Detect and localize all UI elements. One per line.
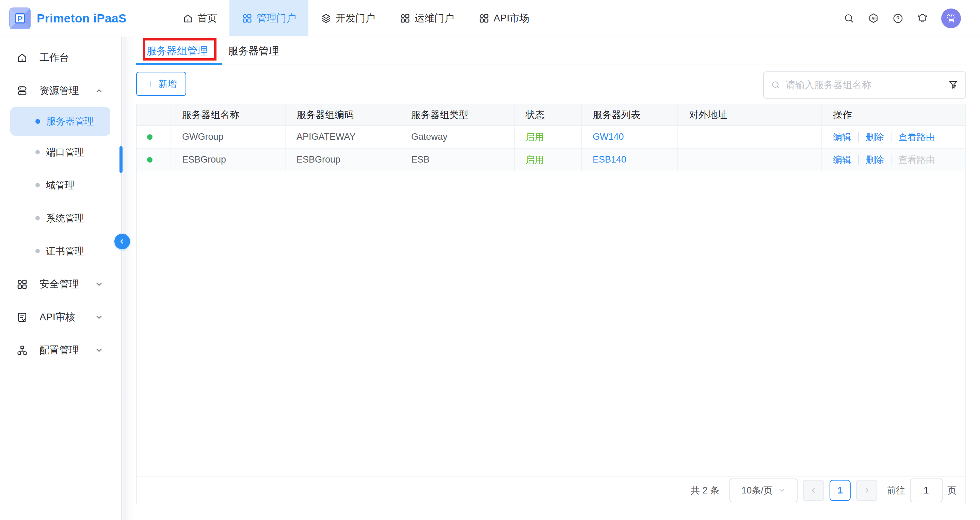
sidebar-gutter [123, 37, 135, 520]
delete-link[interactable]: 删除 [865, 154, 884, 166]
chevron-left-icon [118, 238, 126, 245]
filter-funnel-icon[interactable] [948, 79, 959, 90]
app-root: P Primeton iPaaS 首页 管理门户 [0, 0, 980, 520]
search-icon[interactable] [843, 13, 855, 24]
user-avatar[interactable]: 管 [941, 8, 961, 28]
database-icon [16, 85, 28, 97]
col-external-address: 对外地址 [678, 105, 822, 125]
nav-ops-portal[interactable]: 运维门户 [387, 0, 466, 36]
brand-name: Primeton iPaaS [37, 11, 127, 25]
action-divider [891, 155, 891, 165]
server-link[interactable]: ESB140 [593, 154, 626, 165]
page-number-button[interactable]: 1 [830, 480, 851, 501]
sidebar-item-security-management[interactable]: 安全管理 [0, 268, 121, 301]
table-empty-space [137, 171, 966, 476]
active-item-indicator-bar [119, 146, 123, 173]
nav-management-portal[interactable]: 管理门户 [229, 0, 309, 36]
sidebar: 工作台 资源管理 服务器管理 端口管理 域管理 系统管理 [0, 37, 122, 520]
primeton-logo-icon: P [9, 7, 31, 30]
sidebar-collapse-button[interactable] [115, 234, 130, 249]
app-grid-icon [479, 13, 490, 24]
action-divider [858, 132, 859, 142]
table-row: ESBGroup ESBGroup ESB 启用 ESB140 编辑 删除 查看… [137, 149, 966, 171]
nav-api-market[interactable]: API市场 [466, 0, 542, 36]
active-dot [35, 119, 40, 124]
help-icon[interactable]: ? [892, 13, 904, 24]
app-grid-icon [399, 13, 410, 24]
goto-label: 前往 [887, 484, 905, 496]
plus-icon [146, 79, 154, 89]
cell-group-name: ESBGroup [171, 149, 286, 171]
search-input[interactable] [786, 79, 943, 90]
col-server-list: 服务器列表 [582, 105, 678, 125]
app-grid-icon [16, 279, 28, 290]
topbar: P Primeton iPaaS 首页 管理门户 [0, 0, 980, 36]
sidebar-item-label: 端口管理 [46, 146, 84, 159]
nav-label: 管理门户 [257, 11, 296, 25]
chevron-down-icon [778, 487, 786, 494]
sidebar-item-label: 配置管理 [40, 344, 83, 357]
bullet-dot [35, 249, 40, 254]
home-icon [183, 13, 193, 24]
col-status-dot [137, 105, 171, 125]
org-tree-icon [16, 344, 28, 356]
sidebar-item-resource-management[interactable]: 资源管理 [0, 74, 121, 107]
col-operations: 操作 [822, 105, 966, 125]
next-page-button[interactable] [856, 480, 877, 501]
cell-server-list: ESB140 [582, 149, 678, 171]
sidebar-item-domain-management[interactable]: 域管理 [0, 169, 121, 202]
sidebar-item-server-management[interactable]: 服务器管理 [10, 107, 110, 136]
top-navigation: 首页 管理门户 开发门户 运维门户 [170, 0, 542, 36]
sidebar-item-port-management[interactable]: 端口管理 [0, 136, 121, 169]
nav-home[interactable]: 首页 [170, 0, 229, 36]
sidebar-item-config-management[interactable]: 配置管理 [0, 334, 121, 366]
cell-status-dot [137, 149, 171, 171]
tab-label: 服务器组管理 [146, 44, 208, 58]
notifications-bell-icon[interactable] [917, 13, 928, 24]
sidebar-item-certificate-management[interactable]: 证书管理 [0, 235, 121, 268]
cell-external-address [678, 126, 822, 148]
server-link[interactable]: GW140 [593, 132, 624, 142]
action-divider [858, 155, 859, 165]
search-icon [771, 80, 781, 90]
tab-server-management[interactable]: 服务器管理 [218, 37, 290, 65]
brand[interactable]: P Primeton iPaaS [9, 0, 127, 36]
cell-operations: 编辑 删除 查看路由 [822, 126, 966, 148]
view-route-link-disabled: 查看路由 [898, 154, 935, 166]
table-row: GWGroup APIGATEWAY Gateway 启用 GW140 编辑 删… [137, 126, 966, 149]
chevron-down-icon [95, 346, 103, 355]
delete-link[interactable]: 删除 [865, 131, 884, 143]
ai-assistant-icon[interactable]: AI [868, 13, 879, 24]
page-size-select[interactable]: 10条/页 [729, 479, 797, 502]
bullet-dot [35, 150, 40, 154]
chevron-up-icon [95, 86, 103, 95]
goto-page-input[interactable] [910, 479, 943, 502]
cell-server-list: GW140 [582, 126, 678, 148]
sidebar-item-label: 安全管理 [40, 277, 83, 291]
tabs-bar: 服务器组管理 服务器管理 [136, 37, 966, 65]
add-button-label: 新增 [159, 78, 177, 90]
bullet-dot [35, 216, 40, 220]
action-divider [891, 132, 891, 142]
sidebar-item-label: 资源管理 [40, 84, 83, 98]
nav-dev-portal[interactable]: 开发门户 [309, 0, 387, 36]
bullet-dot [35, 183, 40, 187]
search-box [763, 71, 966, 98]
edit-link[interactable]: 编辑 [833, 131, 851, 143]
green-status-dot [147, 134, 153, 140]
sidebar-item-label: API审核 [40, 311, 83, 324]
tab-server-group-management[interactable]: 服务器组管理 [136, 37, 218, 65]
cell-status: 启用 [515, 126, 582, 148]
add-button[interactable]: 新增 [136, 72, 186, 96]
sidebar-item-workbench[interactable]: 工作台 [0, 41, 121, 74]
sidebar-item-system-management[interactable]: 系统管理 [0, 202, 121, 235]
sidebar-item-label: 服务器管理 [46, 115, 94, 128]
home-icon [16, 52, 28, 63]
prev-page-button[interactable] [803, 480, 824, 501]
topbar-actions: AI ? 管 [843, 0, 961, 36]
table-header-row: 服务器组名称 服务器组编码 服务器组类型 状态 服务器列表 对外地址 操作 [137, 105, 966, 126]
view-route-link[interactable]: 查看路由 [898, 131, 935, 143]
sidebar-item-api-review[interactable]: API审核 [0, 301, 121, 334]
edit-link[interactable]: 编辑 [833, 154, 851, 166]
cell-operations: 编辑 删除 查看路由 [822, 149, 966, 171]
